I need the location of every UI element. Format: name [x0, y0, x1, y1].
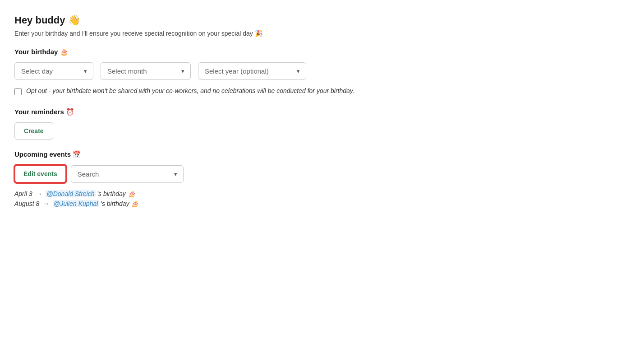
upcoming-section: Upcoming events 📅 Edit events Search ▾ A…	[14, 150, 630, 207]
select-year[interactable]: Select year (optional)	[198, 62, 306, 80]
event-type-label: 's birthday 🎂	[97, 190, 135, 197]
opt-out-label[interactable]: Opt out - your birthdate won't be shared…	[26, 87, 354, 94]
select-month-wrapper: Select month ▾	[101, 62, 191, 80]
event-date: April 3	[14, 190, 32, 197]
opt-out-row: Opt out - your birthdate won't be shared…	[14, 87, 630, 95]
select-day[interactable]: Select day	[14, 62, 93, 80]
page-container: Hey buddy 👋 Enter your birthday and I'll…	[14, 14, 630, 207]
birthday-section: Your birthday 🎂 Select day ▾ Select mont…	[14, 48, 630, 95]
select-year-wrapper: Select year (optional) ▾	[198, 62, 306, 80]
page-title: Hey buddy 👋	[14, 14, 630, 26]
select-month[interactable]: Select month	[101, 62, 191, 80]
events-list: April 3 → @Donald Streich 's birthday 🎂 …	[14, 190, 630, 207]
birthday-label: Your birthday 🎂	[14, 48, 630, 56]
search-select[interactable]: Search	[71, 165, 184, 183]
list-item: August 8 → @Julien Kuphal 's birthday 🎂	[14, 200, 630, 207]
opt-out-checkbox[interactable]	[14, 88, 22, 95]
create-button[interactable]: Create	[14, 122, 53, 140]
list-item: April 3 → @Donald Streich 's birthday 🎂	[14, 190, 630, 197]
upcoming-label: Upcoming events 📅	[14, 150, 630, 159]
event-type-label: 's birthday 🎂	[101, 200, 138, 207]
event-mention[interactable]: @Donald Streich	[46, 190, 95, 197]
event-mention[interactable]: @Julien Kuphal	[53, 200, 99, 207]
events-toolbar: Edit events Search ▾	[14, 165, 630, 183]
birthday-selects: Select day ▾ Select month ▾ Select year …	[14, 62, 630, 80]
arrow-icon: →	[43, 200, 49, 207]
reminders-section: Your reminders ⏰ Create	[14, 108, 630, 140]
search-wrapper: Search ▾	[71, 165, 184, 183]
subtitle: Enter your birthday and I'll ensure you …	[14, 30, 630, 37]
edit-events-button[interactable]: Edit events	[14, 165, 66, 183]
select-day-wrapper: Select day ▾	[14, 62, 93, 80]
event-date: August 8	[14, 200, 39, 207]
reminders-label: Your reminders ⏰	[14, 108, 630, 116]
arrow-icon: →	[36, 190, 42, 197]
